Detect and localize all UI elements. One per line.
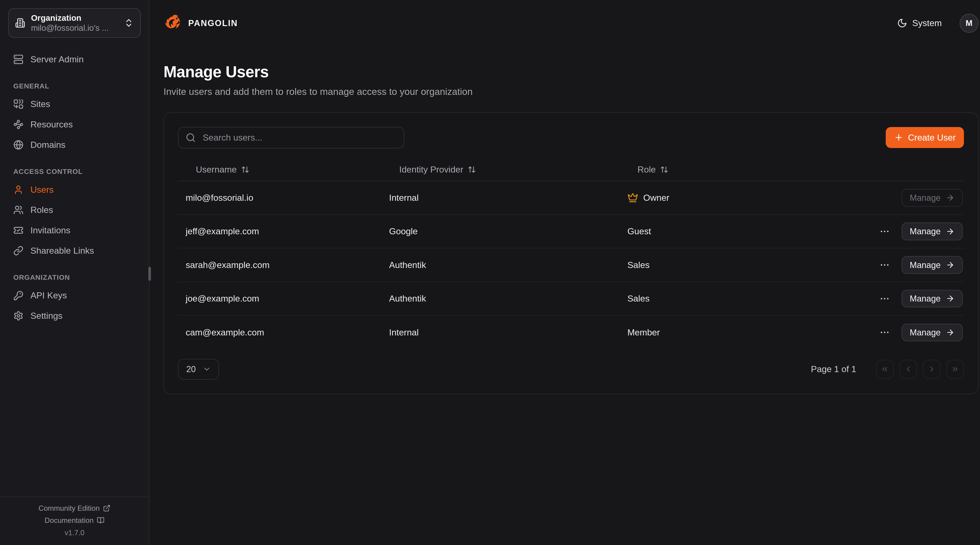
ellipsis-icon: [879, 260, 890, 270]
sidebar-section-access-control: ACCESS CONTROL: [8, 167, 141, 176]
cell-identity-provider: Authentik: [382, 260, 620, 270]
search-box: [178, 127, 404, 148]
search-input[interactable]: [202, 132, 397, 143]
sidebar-item-label: Roles: [30, 205, 53, 215]
community-edition-link[interactable]: Community Edition: [38, 504, 111, 512]
crown-icon: [627, 192, 638, 203]
theme-label: System: [912, 18, 942, 28]
link-icon: [13, 245, 24, 256]
page-size-select[interactable]: 20: [178, 359, 219, 380]
table-row: cam@example.com Internal Member: [178, 316, 964, 349]
arrow-right-icon: [946, 193, 955, 202]
arrow-up-down-icon: [660, 166, 668, 174]
table-row: joe@example.com Authentik Sales: [178, 282, 964, 316]
sidebar-item-label: Domains: [30, 140, 65, 150]
cell-username: cam@example.com: [178, 327, 382, 338]
row-actions: Manage: [869, 256, 964, 274]
page-subtitle: Invite users and add them to roles to ma…: [164, 86, 978, 97]
sidebar-item-settings[interactable]: Settings: [8, 306, 141, 326]
cell-role: Owner: [620, 192, 869, 203]
avatar[interactable]: M: [959, 14, 978, 33]
sidebar-item-label: Sites: [30, 99, 50, 109]
ellipsis-icon: [879, 226, 890, 237]
sidebar-item-users[interactable]: Users: [8, 180, 141, 200]
key-round-icon: [13, 290, 24, 301]
cell-username: milo@fossorial.io: [178, 193, 382, 203]
sidebar-item-label: Server Admin: [30, 54, 84, 64]
arrow-right-icon: [946, 227, 955, 236]
column-header-role[interactable]: Role: [620, 164, 869, 175]
table-row: sarah@example.com Authentik Sales: [178, 249, 964, 282]
arrow-up-down-icon: [241, 166, 249, 174]
plus-icon: [894, 133, 904, 142]
manage-button: Manage: [902, 189, 963, 207]
gear-icon: [13, 311, 24, 321]
ticket-check-icon: [13, 225, 24, 236]
book-open-icon: [97, 516, 105, 524]
sidebar-item-shareable-links[interactable]: Shareable Links: [8, 241, 141, 261]
sidebar-item-server-admin[interactable]: Server Admin: [8, 49, 141, 70]
sidebar-item-api-keys[interactable]: API Keys: [8, 285, 141, 306]
sidebar-item-label: API Keys: [30, 290, 67, 301]
version-label: v1.7.0: [65, 529, 84, 537]
org-selector[interactable]: Organization milo@fossorial.io's ...: [8, 8, 141, 38]
cell-username: sarah@example.com: [178, 260, 382, 270]
cell-username: jeff@example.com: [178, 226, 382, 236]
sidebar-nav: Server Admin GENERAL Sites: [8, 49, 141, 326]
row-actions: Manage: [869, 223, 964, 241]
arrow-up-down-icon: [468, 166, 476, 174]
search-icon: [186, 132, 196, 143]
manage-button[interactable]: Manage: [902, 256, 963, 274]
card-toolbar: Create User: [178, 127, 964, 148]
users-icon: [13, 205, 24, 215]
sidebar-item-label: Invitations: [30, 225, 70, 236]
org-selector-label: Organization: [31, 13, 118, 23]
theme-toggle-button[interactable]: System: [893, 18, 945, 29]
cell-identity-provider: Internal: [382, 327, 620, 338]
sidebar-item-invitations[interactable]: Invitations: [8, 220, 141, 241]
row-menu-button[interactable]: [879, 260, 890, 270]
row-menu-button[interactable]: [879, 226, 890, 237]
cell-identity-provider: Authentik: [382, 293, 620, 304]
building-icon: [15, 18, 25, 28]
row-actions: Manage: [869, 323, 964, 341]
previous-page-button[interactable]: [899, 360, 917, 379]
cell-role: Sales: [620, 260, 869, 270]
manage-button[interactable]: Manage: [902, 323, 963, 341]
sidebar-section-general: GENERAL: [8, 82, 141, 90]
manage-button[interactable]: Manage: [902, 290, 963, 308]
chevron-down-icon: [203, 365, 211, 373]
user-icon: [13, 185, 24, 195]
server-icon: [13, 54, 24, 64]
cell-identity-provider: Internal: [382, 193, 620, 203]
last-page-button[interactable]: [946, 360, 964, 379]
chevrons-left-icon: [881, 365, 889, 373]
chevron-left-icon: [904, 365, 912, 373]
sidebar-item-domains[interactable]: Domains: [8, 135, 141, 155]
users-table: Username Identity Provider: [178, 158, 964, 349]
sidebar-resize-handle[interactable]: [148, 267, 151, 281]
column-header-identity-provider[interactable]: Identity Provider: [382, 164, 620, 175]
sidebar-item-resources[interactable]: Resources: [8, 114, 141, 135]
manage-button[interactable]: Manage: [902, 223, 963, 241]
documentation-link[interactable]: Documentation: [45, 516, 105, 524]
first-page-button[interactable]: [876, 360, 894, 379]
sidebar-item-sites[interactable]: Sites: [8, 94, 141, 114]
sidebar-item-label: Shareable Links: [30, 245, 94, 256]
arrow-right-icon: [946, 261, 955, 269]
sidebar-item-label: Settings: [30, 311, 62, 321]
row-menu-button[interactable]: [879, 293, 890, 304]
org-selector-value: milo@fossorial.io's ...: [31, 23, 118, 33]
table-header-row: Username Identity Provider: [178, 158, 964, 181]
sidebar-item-roles[interactable]: Roles: [8, 200, 141, 220]
globe-icon: [13, 140, 24, 150]
column-header-username[interactable]: Username: [178, 164, 382, 175]
arrow-right-icon: [946, 328, 955, 337]
row-menu-button[interactable]: [879, 327, 890, 338]
external-link-icon: [103, 504, 111, 512]
next-page-button[interactable]: [923, 360, 940, 379]
cell-role: Sales: [620, 293, 869, 304]
cell-identity-provider: Google: [382, 226, 620, 236]
create-user-button[interactable]: Create User: [886, 127, 964, 148]
sidebar-item-label: Resources: [30, 120, 73, 129]
